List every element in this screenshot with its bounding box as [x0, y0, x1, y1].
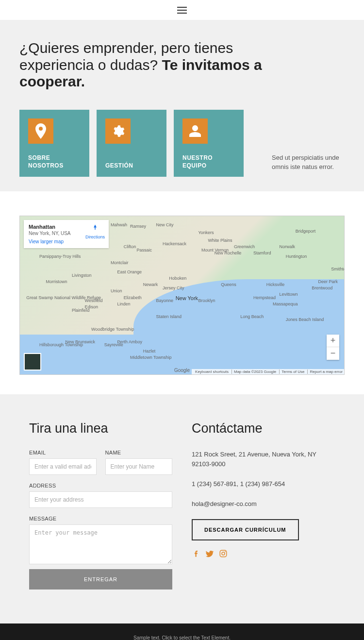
footer-text[interactable]: Sample text. Click to select the Text El… [12, 635, 352, 640]
map-place-label: Queens [221, 282, 236, 287]
form-title: Tira una linea [29, 421, 172, 436]
message-label: MESSAGE [29, 516, 172, 522]
map-zoom-out[interactable]: − [327, 347, 339, 360]
map-attrib-item[interactable]: Map data ©2023 Google [232, 370, 276, 374]
header [0, 0, 364, 20]
info-card-0[interactable]: SOBRE NOSOTROS [19, 110, 89, 177]
contact-address: 121 Rock Sreet, 21 Avenue, Nueva York, N… [192, 450, 335, 470]
map-place-label: Brentwood [312, 286, 332, 290]
map-attribution: Keyboard shortcutsMap data ©2023 GoogleT… [192, 369, 344, 374]
user-icon [182, 118, 208, 144]
gear-icon [105, 118, 131, 144]
map-place-label: East Orange [117, 269, 142, 274]
facebook-icon[interactable] [192, 549, 200, 558]
map-place-label: Hillsborough Township [39, 342, 83, 347]
download-cv-button[interactable]: DESCARGAR CURRÍCULUM [192, 519, 299, 540]
map-directions-button[interactable]: Directions [85, 224, 105, 239]
map-attrib-item[interactable]: Keyboard shortcuts [193, 370, 229, 374]
map-attrib-item[interactable]: Report a map error [307, 370, 343, 374]
map-center-label: New York [176, 295, 198, 301]
map-embed[interactable]: PatersonYonkersBridgeportNewarkElizabeth… [19, 216, 345, 375]
info-card-2[interactable]: NUESTRO EQUIPO [174, 110, 244, 177]
map-place-label: Union [111, 288, 122, 293]
map-place-label: Greenwich [234, 244, 255, 249]
map-place-label: Mount Vernon [201, 248, 229, 253]
card-title: NUESTRO EQUIPO [182, 154, 235, 169]
contact-info-column: Contáctame 121 Rock Sreet, 21 Avenue, Nu… [192, 421, 335, 589]
map-place-label: Jones Beach Island [286, 317, 324, 322]
map-place-label: Hicksville [266, 282, 285, 287]
hamburger-menu-icon[interactable] [177, 7, 187, 14]
contact-email: hola@designer-co.com [192, 499, 335, 509]
twitter-icon[interactable] [205, 549, 214, 558]
social-icons [192, 549, 335, 558]
cards-row: SOBRE NOSOTROSGESTIÓNNUESTRO EQUIPOSed u… [19, 110, 345, 177]
map-place-label: Great Swamp National Wildlife Refuge [26, 295, 101, 300]
pin-icon [28, 118, 53, 144]
footer: Sample text. Click to select the Text El… [0, 623, 364, 640]
map-place-label: White Plains [208, 238, 232, 243]
map-place-label: Bridgeport [296, 229, 316, 234]
map-place-label: Middletown Township [130, 355, 171, 360]
map-place-label: Smithtown [331, 267, 345, 271]
submit-button[interactable]: ENTREGAR [29, 569, 172, 589]
map-google-logo: Google [174, 368, 190, 373]
map-place-label: Montclair [111, 260, 129, 265]
map-place-label: Plainfield [72, 308, 90, 313]
svg-point-1 [222, 552, 225, 555]
map-place-label: New City [156, 222, 174, 227]
map-place-label: Bayonne [156, 298, 174, 303]
map-place-label: Huntington [286, 254, 307, 259]
map-place-label: Long Beach [240, 314, 264, 319]
map-place-label: Newark [143, 282, 158, 287]
map-place-label: Levittown [279, 292, 298, 297]
map-section: PatersonYonkersBridgeportNewarkElizabeth… [0, 191, 364, 394]
map-place-label: Brooklyn [198, 298, 215, 303]
map-view-larger-link[interactable]: View larger map [29, 239, 64, 244]
contact-phone: 1 (234) 567-891, 1 (234) 987-654 [192, 479, 335, 489]
map-place-label: Passaic [136, 248, 152, 253]
map-place-label: Parsippany-Troy Hills [39, 254, 81, 259]
map-place-label: Clifton [124, 244, 136, 249]
address-label: ADDRESS [29, 483, 172, 488]
info-card-1[interactable]: GESTIÓN [97, 110, 166, 177]
map-place-label: Livingston [72, 273, 92, 278]
map-place-label: Morristown [46, 279, 67, 284]
hero-title: ¿Quieres emprender, pero tienes experien… [19, 40, 291, 90]
map-place-label: Sayreville [104, 342, 123, 347]
map-place-label: Hempstead [253, 295, 276, 300]
map-place-label: Norwalk [279, 244, 295, 249]
map-place-label: Stamford [253, 251, 271, 255]
map-place-label: Mahwah [111, 222, 127, 227]
map-place-label: Deer Park [318, 279, 338, 284]
map-place-label: Hackensack [163, 241, 186, 246]
name-input[interactable] [105, 458, 173, 475]
address-input[interactable] [29, 491, 172, 508]
message-textarea[interactable] [29, 524, 172, 564]
map-info-card: Directions Manhattan New York, NY, USA V… [24, 220, 109, 248]
contact-section: Tira una linea EMAIL NAME ADDRESS MESSAG… [0, 394, 364, 623]
email-input[interactable] [29, 458, 97, 475]
side-text: Sed ut perspiciatis unde omnis iste natu… [272, 153, 345, 177]
instagram-icon[interactable] [219, 549, 228, 558]
map-place-label: Staten Island [156, 314, 182, 319]
card-title: SOBRE NOSOTROS [28, 154, 81, 169]
map-place-label: Hoboken [169, 276, 186, 281]
map-place-label: Yonkers [198, 230, 214, 235]
map-place-label: Ramsey [130, 224, 146, 229]
form-column: Tira una linea EMAIL NAME ADDRESS MESSAG… [29, 421, 172, 589]
contact-title: Contáctame [192, 421, 335, 436]
map-zoom-controls: + − [327, 335, 339, 360]
hero-section: ¿Quieres emprender, pero tienes experien… [0, 20, 364, 191]
map-satellite-toggle[interactable] [24, 353, 41, 371]
map-place-label: Linden [117, 302, 130, 306]
map-place-label: Elizabeth [124, 295, 142, 300]
map-place-label: Woodbridge Township [91, 327, 134, 332]
map-zoom-in[interactable]: + [327, 335, 339, 347]
name-label: NAME [105, 450, 173, 455]
map-place-label: Jersey City [163, 286, 184, 290]
svg-point-2 [225, 551, 226, 552]
email-label: EMAIL [29, 450, 97, 455]
map-place-label: Hazlet [143, 349, 156, 354]
map-attrib-item[interactable]: Terms of Use [279, 370, 304, 374]
